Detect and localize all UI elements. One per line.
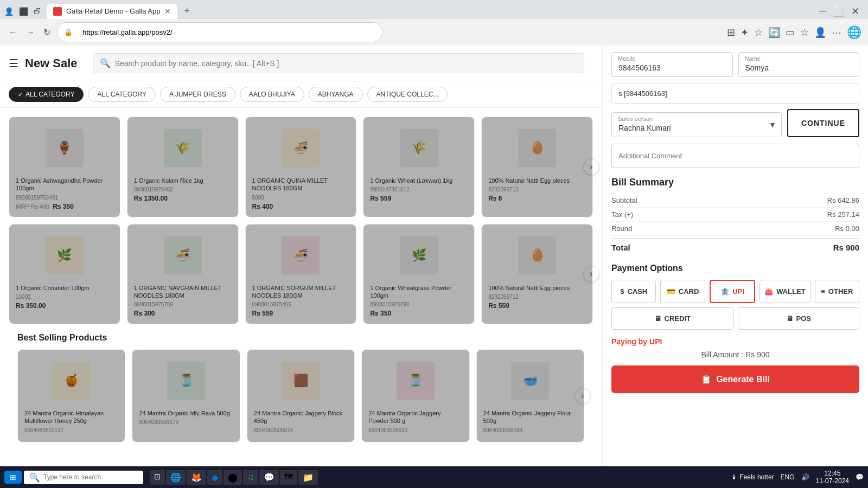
other-button[interactable]: ≡ OTHER: [815, 280, 859, 303]
best-selling-card[interactable]: 🍯 24 Mantra Organic Himalayan Multiflowe…: [17, 349, 125, 442]
category-abhyanga[interactable]: ABHYANGA: [309, 87, 363, 102]
best-selling-card[interactable]: 🫙 24 Mantra Organic Jaggery Powder 500 g…: [361, 349, 469, 442]
product-card[interactable]: 🌿 1 Organic Wheatgrass Powder 100gm 8908…: [363, 224, 475, 325]
product-card[interactable]: 🌾 1 Organic Kolam Rice 1kg 8908015975462…: [127, 117, 239, 217]
taskbar-search-input[interactable]: [43, 473, 130, 481]
product-card[interactable]: 🌾 1 Organic Wheat (Lokwan) 1kg 890614730…: [363, 117, 475, 217]
taskbar-lang: ENG: [781, 473, 795, 481]
taskbar-task-view[interactable]: ⊡: [150, 470, 165, 485]
product-sku: 8908015975790: [370, 301, 468, 307]
product-card[interactable]: 🥚 100% Natural Natti Egg pieces 82320967…: [481, 117, 593, 217]
cash-button[interactable]: $ CASH: [611, 280, 656, 303]
product-name: 1 ORGANIC SORGUM MILLET NOODLES 180GM: [252, 284, 350, 300]
more-icon[interactable]: ⋯: [832, 27, 841, 38]
best-selling-card[interactable]: 🫙 24 Mantra Organic Idly Rava 500g 89040…: [132, 349, 240, 442]
round-value: Rs 0.00: [835, 224, 859, 233]
taskbar-maps[interactable]: 🗺: [280, 470, 297, 485]
credit-icon: 🖥: [654, 314, 661, 323]
best-selling-card[interactable]: 🟫 24 Mantra Organic Jaggery Block 450g 8…: [247, 349, 355, 442]
restore-button[interactable]: ⬜: [833, 5, 845, 17]
additional-comment-input[interactable]: [611, 144, 859, 168]
product-name: 24 Mantra Organic Idly Rava 500g: [139, 409, 233, 417]
minimize-button[interactable]: ─: [819, 5, 826, 17]
browser-tab[interactable]: Galla Retail Demo - Galla App ✕: [47, 4, 177, 19]
copilot-icon[interactable]: ✦: [741, 27, 749, 38]
browser-ai-icon[interactable]: 🔄: [768, 27, 780, 38]
category-jumper[interactable]: A JUMPER DRESS: [160, 87, 235, 102]
close-button[interactable]: ✕: [851, 5, 859, 17]
taskbar-chrome[interactable]: ⬤: [224, 470, 242, 485]
suggestion-box[interactable]: s [9844506163]: [611, 84, 859, 104]
next-arrow-button-2[interactable]: ›: [583, 266, 599, 282]
generate-bill-button[interactable]: 📋 Generate Bill: [611, 365, 859, 393]
product-name: 100% Natural Natti Egg pieces: [488, 177, 586, 184]
best-selling-next-arrow[interactable]: ›: [575, 388, 591, 404]
sidebar-icon[interactable]: ▭: [786, 27, 795, 38]
product-price: Rs 1350.00: [134, 195, 232, 202]
refresh-button[interactable]: ↻: [41, 25, 53, 40]
mobile-label: Mobile: [618, 55, 635, 62]
upi-button[interactable]: 🏦 UPI: [710, 280, 755, 303]
product-name: 1 Organic Coriander 100gm: [16, 284, 113, 292]
best-selling-title: Best Selling Products: [17, 333, 584, 343]
split-screen-icon[interactable]: ⊞: [727, 27, 735, 38]
search-input[interactable]: [115, 59, 577, 68]
product-card[interactable]: 🍜 1 ORGANIC QUINA MILLET NOODLES 180GM 5…: [245, 117, 357, 217]
card-icon: 💳: [667, 287, 675, 296]
credit-button[interactable]: 🖥 CREDIT: [611, 307, 733, 330]
pos-button[interactable]: 🖥 POS: [738, 307, 860, 330]
taskbar-volume[interactable]: 🔊: [801, 473, 809, 481]
product-price: Rs 559: [252, 310, 350, 317]
category-bar: ✓ ALL CATEGORY ALL CATEGORY A JUMPER DRE…: [0, 81, 602, 108]
taskbar-skype[interactable]: 💬: [259, 470, 279, 485]
subtotal-value: Rs 642.86: [827, 196, 859, 204]
product-card[interactable]: 🥚 100% Natural Natti Egg pieces 82320967…: [481, 224, 593, 325]
product-image: 🍜: [252, 231, 350, 280]
product-card[interactable]: 🏺 1 Organic Ashwagandha Powder 100gm 890…: [9, 117, 120, 217]
product-card[interactable]: 🍜 1 ORGANIC SORGUM MILLET NOODLES 180GM …: [245, 224, 357, 325]
product-sku: 8904083506188: [483, 427, 577, 433]
profile-icon[interactable]: 👤: [814, 27, 826, 38]
forward-button[interactable]: →: [24, 25, 37, 40]
product-card[interactable]: 🍜 1 ORGANIC NAVGRAIN MILLET NOODLES 180G…: [127, 224, 239, 325]
product-price: Rs 350.00: [16, 302, 113, 310]
product-image: 🟫: [254, 356, 348, 405]
category-all-active[interactable]: ✓ ALL CATEGORY: [9, 87, 84, 102]
taskbar-search-icon: 🔍: [29, 472, 40, 483]
taskbar-edge2[interactable]: ◆: [207, 470, 222, 485]
start-button[interactable]: ⊞: [4, 471, 22, 484]
hamburger-menu[interactable]: ☰: [9, 57, 18, 70]
back-button[interactable]: ←: [7, 25, 20, 40]
tab-title: Galla Retail Demo - Galla App: [66, 7, 160, 15]
taskbar-edge[interactable]: 🌐: [166, 470, 186, 485]
taskbar: ⊞ 🔍 ⊡ 🌐 🦊 ◆ ⬤ ♫ 💬 🗺 📁 🌡 Feels hotter ENG…: [0, 466, 868, 488]
card-button[interactable]: 💳 CARD: [660, 280, 705, 303]
collections-icon[interactable]: ☆: [800, 27, 809, 38]
product-card[interactable]: 🌿 1 Organic Coriander 100gm 10002 Rs 350…: [9, 224, 120, 325]
continue-button[interactable]: CONTINUE: [787, 109, 859, 137]
product-name: 24 Mantra Organic Jaggery Powder 500 g: [368, 409, 462, 425]
product-sku: 8908015975462: [134, 187, 232, 192]
taskbar-files[interactable]: 📁: [298, 470, 318, 485]
taskbar-search[interactable]: 🔍: [24, 471, 143, 484]
tab-close-button[interactable]: ✕: [164, 7, 171, 16]
wallet-button[interactable]: 👛 WALLET: [760, 280, 810, 303]
best-selling-card[interactable]: 🥣 24 Mantra Organic Jaggery Flour 500g 8…: [476, 349, 584, 442]
taskbar-clock: 12:45 11-07-2024: [816, 470, 849, 485]
taskbar-firefox[interactable]: 🦊: [187, 470, 206, 485]
taskbar-notification[interactable]: 💬: [856, 473, 864, 481]
url-bar[interactable]: [76, 25, 375, 39]
category-bhujiya[interactable]: AALO BHUJIYA: [240, 87, 304, 102]
lock-icon: 🔒: [64, 28, 73, 36]
tax-value: Rs 257.14: [827, 210, 859, 219]
taskbar-spotify[interactable]: ♫: [243, 470, 258, 485]
product-price: Rs 559: [370, 195, 468, 202]
new-tab-button[interactable]: +: [180, 3, 194, 19]
category-antique[interactable]: ANTIQUE COLLEC...: [367, 87, 448, 102]
product-sku: 8906147301012: [370, 187, 468, 192]
next-arrow-button[interactable]: ›: [583, 159, 599, 175]
product-sku: 8904083506379: [139, 419, 233, 425]
product-sku: 5000: [252, 195, 350, 201]
category-all[interactable]: ALL CATEGORY: [88, 87, 155, 102]
favorites-icon[interactable]: ☆: [754, 27, 763, 38]
